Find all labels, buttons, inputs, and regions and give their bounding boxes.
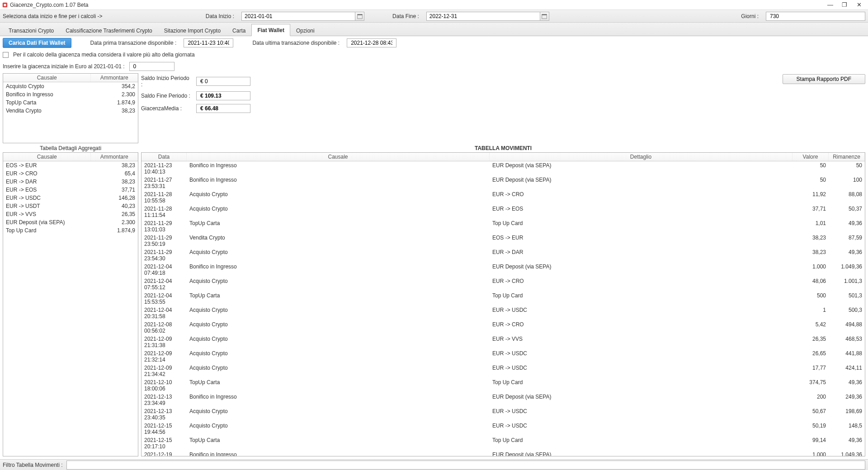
svg-rect-3 — [357, 14, 362, 15]
data-fine-field[interactable] — [426, 12, 549, 21]
tab-carta[interactable]: Carta — [226, 24, 251, 36]
maximize-icon[interactable]: ❐ — [842, 1, 847, 8]
data-fine-input[interactable] — [427, 12, 540, 20]
instruction-label: Seleziona data inizio e fine per i calco… — [3, 13, 102, 19]
data-inizio-label: Data Inizio : — [206, 13, 234, 19]
calendar-icon[interactable] — [540, 12, 549, 20]
window-title: Giacenze_Crypto.com 1.07 Beta — [10, 2, 88, 8]
tab-fiat-wallet[interactable]: Fiat Wallet — [251, 24, 290, 36]
tab-sitazione-import-crypto[interactable]: Sitazione Import Crypto — [158, 24, 226, 36]
giorni-label: Giorni : — [741, 13, 759, 19]
svg-point-1 — [4, 4, 6, 6]
tab-calssificazione-trasferimenti-crypto[interactable]: Calssificazione Trasferimenti Crypto — [60, 24, 158, 36]
tab-transazioni-crypto[interactable]: Transazioni Crypto — [3, 24, 60, 36]
close-icon[interactable]: ✕ — [856, 1, 862, 8]
giorni-input[interactable] — [766, 12, 865, 21]
titlebar: Giacenze_Crypto.com 1.07 Beta — ❐ ✕ — [0, 0, 868, 10]
data-inizio-field[interactable] — [241, 12, 364, 21]
data-fine-label: Data Fine : — [392, 13, 419, 19]
svg-rect-5 — [542, 14, 547, 15]
calendar-icon[interactable] — [355, 12, 364, 20]
tab-opzioni[interactable]: Opzioni — [290, 24, 321, 36]
minimize-icon[interactable]: — — [827, 1, 833, 8]
date-toolbar: Seleziona data inizio e fine per i calco… — [0, 10, 868, 23]
app-icon — [2, 2, 8, 8]
tab-row: Transazioni CryptoCalssificazione Trasfe… — [0, 23, 868, 36]
data-inizio-input[interactable] — [242, 12, 355, 20]
